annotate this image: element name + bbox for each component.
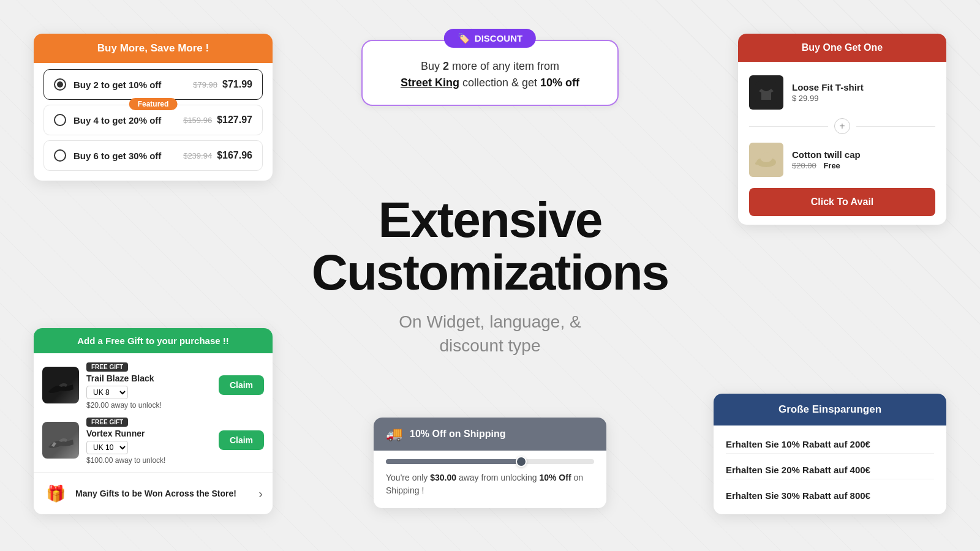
bogo-item-2: Cotton twill cap $20.00 Free — [749, 138, 935, 182]
widget-buy-more: Buy More, Save More ! Buy 2 to get 10% o… — [34, 34, 273, 181]
gift-item-1: FREE GIFT Trail Blaze Black UK 8 UK 9 UK… — [42, 361, 264, 410]
gift-item1-unlock: $20.00 away to unlock! — [86, 401, 211, 410]
gift-item1-image — [42, 367, 79, 403]
buy-more-option-1[interactable]: Buy 2 to get 10% off $79.98 $71.99 — [43, 69, 263, 100]
tag-icon: 🏷️ — [458, 32, 470, 44]
prices-1: $79.98 $71.99 — [193, 79, 252, 90]
german-option-2: Erhalten Sie 20% Rabatt auf 400€ — [726, 461, 934, 479]
prices-2: $159.96 $127.97 — [183, 114, 252, 126]
discounted-price-3: $167.96 — [217, 150, 252, 161]
shipping-body: You're only $30.00 away from unlocking 1… — [374, 451, 606, 508]
bogo-item1-info: Loose Fit T-shirt $ 29.99 — [792, 82, 864, 103]
original-price-2: $159.96 — [183, 116, 212, 125]
original-price-1: $79.98 — [193, 80, 217, 89]
shipping-amount: $30.00 — [430, 473, 456, 482]
discount-qty: 2 — [443, 60, 449, 72]
gift-footer[interactable]: 🎁 Many Gifts to be Won Across the Store!… — [34, 472, 273, 514]
discount-text: Buy 2 more of any item from Street King … — [381, 58, 599, 91]
bogo-item2-original: $20.00 — [792, 161, 816, 170]
shipping-desc: You're only $30.00 away from unlocking 1… — [386, 471, 594, 497]
bogo-item1-price: $ 29.99 — [792, 94, 864, 103]
gift-item2-claim[interactable]: Claim — [219, 430, 264, 450]
buy-more-option-3[interactable]: Buy 6 to get 30% off $239.94 $167.96 — [43, 140, 263, 171]
discount-badge-label: DISCOUNT — [475, 33, 522, 43]
buy-more-header: Buy More, Save More ! — [34, 34, 273, 63]
plus-icon: + — [834, 118, 850, 134]
gift-badge-1: FREE GIFT — [86, 362, 128, 372]
radio-3 — [54, 149, 66, 162]
gift-footer-info: 🎁 Many Gifts to be Won Across the Store! — [43, 481, 236, 506]
shipping-title: 10% Off on Shipping — [410, 429, 505, 440]
bogo-item2-free: Free — [823, 161, 840, 170]
hero-subtitle: On Widget, language, &discount type — [245, 310, 735, 358]
progress-fill — [386, 459, 521, 464]
gift-item2-name: Vortex Runner — [86, 429, 211, 438]
bogo-divider: + — [749, 118, 935, 134]
bogo-item2-name: Cotton twill cap — [792, 149, 861, 160]
buy-more-options: Buy 2 to get 10% off $79.98 $71.99 Featu… — [34, 63, 273, 181]
gift-item1-name: Trail Blaze Black — [86, 373, 211, 383]
original-price-3: $239.94 — [183, 151, 212, 160]
option-label-1: Buy 2 to get 10% off — [74, 80, 193, 90]
free-gift-header: Add a Free Gift to your purchase !! — [34, 328, 273, 353]
gift-footer-text: Many Gifts to be Won Across the Store! — [75, 489, 236, 498]
gift-items: FREE GIFT Trail Blaze Black UK 8 UK 9 UK… — [34, 353, 273, 472]
featured-badge: Featured — [129, 98, 178, 110]
discount-collection: Street King — [401, 77, 459, 89]
truck-icon: 🚚 — [386, 426, 402, 442]
discount-badge: 🏷️ DISCOUNT — [444, 29, 536, 48]
discount-amount: 10% off — [540, 77, 579, 89]
progress-track — [386, 459, 594, 464]
svg-rect-4 — [755, 162, 761, 165]
bogo-item2-info: Cotton twill cap $20.00 Free — [792, 149, 861, 170]
divider-line-left — [749, 126, 828, 127]
bogo-item2-image — [749, 143, 783, 177]
discounted-price-1: $71.99 — [222, 79, 252, 90]
option-label-3: Buy 6 to get 30% off — [74, 151, 183, 161]
bogo-content: Loose Fit T-shirt $ 29.99 + — [738, 62, 946, 225]
gift-item2-image — [42, 422, 79, 459]
gift-item2-variant[interactable]: UK 10 UK 8 UK 9 — [86, 441, 128, 454]
buy-more-option-2[interactable]: Featured Buy 4 to get 20% off $159.96 $1… — [43, 105, 263, 135]
widget-shipping: 🚚 10% Off on Shipping You're only $30.00… — [374, 418, 606, 508]
german-option-3: Erhalten Sie 30% Rabatt auf 800€ — [726, 487, 934, 504]
widget-free-gift: Add a Free Gift to your purchase !! FREE… — [34, 328, 273, 514]
svg-point-3 — [760, 152, 772, 162]
hero-title: Extensive Customizations — [245, 193, 735, 299]
gift-item1-variant[interactable]: UK 8 UK 9 UK 10 — [86, 386, 128, 399]
bogo-header: Buy One Get One — [738, 34, 946, 62]
gift-item1-claim[interactable]: Claim — [219, 375, 264, 395]
divider-line-right — [856, 126, 935, 127]
gift-item-2: FREE GIFT Vortex Runner UK 10 UK 8 UK 9 … — [42, 416, 264, 465]
radio-1 — [54, 78, 66, 91]
radio-2 — [54, 114, 66, 126]
gift-box-icon: 🎁 — [43, 481, 68, 506]
bogo-item2-price: $20.00 Free — [792, 161, 861, 170]
shipping-discount: 10% Off — [539, 473, 571, 482]
progress-handle[interactable] — [516, 456, 527, 467]
bogo-item-1: Loose Fit T-shirt $ 29.99 — [749, 70, 935, 114]
bogo-item1-name: Loose Fit T-shirt — [792, 82, 864, 92]
gift-item2-info: FREE GIFT Vortex Runner UK 10 UK 8 UK 9 … — [86, 416, 211, 465]
chevron-right-icon: › — [258, 487, 263, 501]
shipping-header: 🚚 10% Off on Shipping — [374, 418, 606, 451]
german-option-1: Erhalten Sie 10% Rabatt auf 200€ — [726, 435, 934, 454]
hero-section: Extensive Customizations On Widget, lang… — [245, 193, 735, 358]
discounted-price-2: $127.97 — [217, 114, 252, 126]
widget-bogo: Buy One Get One Loose Fit T-shirt $ 29.9… — [738, 34, 946, 225]
german-header: Große Einsparungen — [714, 394, 946, 425]
bogo-avail-button[interactable]: Click To Avail — [749, 188, 935, 216]
page-container: Extensive Customizations On Widget, lang… — [0, 0, 980, 551]
gift-item1-info: FREE GIFT Trail Blaze Black UK 8 UK 9 UK… — [86, 361, 211, 410]
widget-german: Große Einsparungen Erhalten Sie 10% Raba… — [714, 394, 946, 514]
gift-badge-2: FREE GIFT — [86, 418, 128, 427]
german-options: Erhalten Sie 10% Rabatt auf 200€ Erhalte… — [714, 425, 946, 514]
bogo-item1-image — [749, 75, 783, 110]
prices-3: $239.94 $167.96 — [183, 150, 252, 161]
widget-discount: 🏷️ DISCOUNT Buy 2 more of any item from … — [361, 40, 619, 106]
gift-item2-unlock: $100.00 away to unlock! — [86, 456, 211, 465]
option-label-2: Buy 4 to get 20% off — [74, 115, 183, 126]
